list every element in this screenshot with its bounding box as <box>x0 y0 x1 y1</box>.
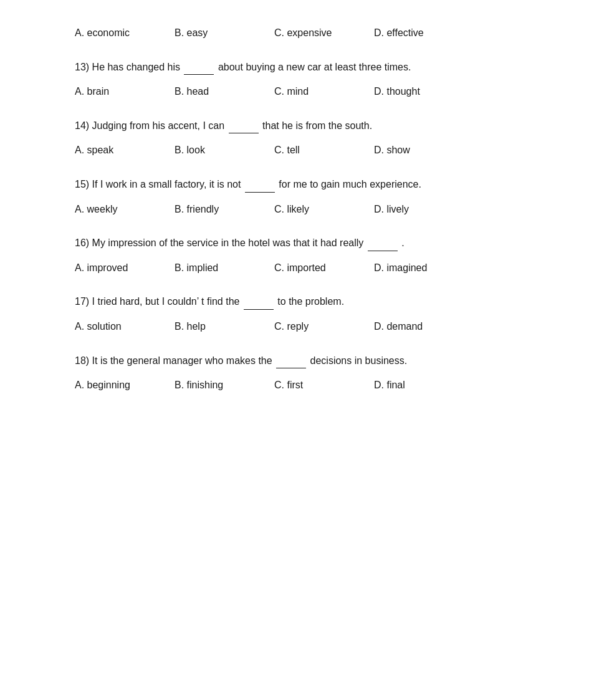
blank <box>368 234 398 251</box>
question-text-after: decisions in business. <box>310 355 408 366</box>
question-text-before: 16) My impression of the service in the … <box>75 237 363 248</box>
question-text-before: 17) I tried hard, but I couldn’ t find t… <box>75 296 239 307</box>
question-12-options: A. economic B. easy C. expensive D. effe… <box>75 25 514 41</box>
blank <box>184 59 214 75</box>
question-text-before: 13) He has changed his <box>75 62 180 72</box>
option-d: D. final <box>374 377 474 393</box>
question-text-before: 18) It is the general manager who makes … <box>75 355 272 366</box>
option-b: B. easy <box>175 25 274 41</box>
question-text: 13) He has changed his about buying a ne… <box>75 59 514 75</box>
option-b: B. help <box>175 319 274 335</box>
option-b: B. head <box>175 84 274 100</box>
question-14: 14) Judging from his accent, I can that … <box>75 117 514 158</box>
blank <box>245 176 275 193</box>
option-d: D. demand <box>374 319 474 335</box>
option-a: A. speak <box>75 142 175 158</box>
options-row: A. weekly B. friendly C. likely D. livel… <box>75 201 514 218</box>
question-text-after: that he is from the south. <box>262 120 372 131</box>
question-text: 16) My impression of the service in the … <box>75 234 514 251</box>
question-text: 15) If I work in a small factory, it is … <box>75 176 514 193</box>
question-text-after: . <box>401 237 404 248</box>
question-15: 15) If I work in a small factory, it is … <box>75 176 514 217</box>
option-d: D. lively <box>374 201 474 218</box>
question-text-after: about buying a new car at least three ti… <box>218 62 411 72</box>
question-text-before: 14) Judging from his accent, I can <box>75 120 224 131</box>
option-d: D. show <box>374 142 474 158</box>
option-c: C. expensive <box>274 25 374 41</box>
option-c: C. reply <box>274 319 374 335</box>
option-a: A. beginning <box>75 377 175 393</box>
option-a: A. weekly <box>75 201 175 218</box>
option-c: C. imported <box>274 260 374 276</box>
option-d: D. effective <box>374 25 474 41</box>
question-text: 14) Judging from his accent, I can that … <box>75 117 514 134</box>
question-text: 18) It is the general manager who makes … <box>75 352 514 369</box>
option-d: D. imagined <box>374 260 474 276</box>
option-b: B. friendly <box>175 201 274 218</box>
question-text-after: for me to gain much experience. <box>279 179 421 189</box>
question-13: 13) He has changed his about buying a ne… <box>75 59 514 100</box>
options-row: A. beginning B. finishing C. first D. fi… <box>75 377 514 393</box>
option-a: A. brain <box>75 84 175 100</box>
options-row: A. brain B. head C. mind D. thought <box>75 84 514 100</box>
option-c: C. likely <box>274 201 374 218</box>
question-17: 17) I tried hard, but I couldn’ t find t… <box>75 293 514 334</box>
option-c: C. first <box>274 377 374 393</box>
question-text-after: to the problem. <box>277 296 344 307</box>
option-a: A. economic <box>75 25 175 41</box>
question-18: 18) It is the general manager who makes … <box>75 352 514 393</box>
option-b: B. look <box>175 142 274 158</box>
option-a: A. solution <box>75 319 175 335</box>
options-row: A. solution B. help C. reply D. demand <box>75 319 514 335</box>
question-text-before: 15) If I work in a small factory, it is … <box>75 179 241 189</box>
question-16: 16) My impression of the service in the … <box>75 234 514 276</box>
question-text: 17) I tried hard, but I couldn’ t find t… <box>75 293 514 310</box>
blank <box>244 293 274 310</box>
options-row: A. economic B. easy C. expensive D. effe… <box>75 25 514 41</box>
option-b: B. implied <box>175 260 274 276</box>
option-c: C. mind <box>274 84 374 100</box>
blank <box>229 117 259 134</box>
blank <box>276 352 306 369</box>
option-c: C. tell <box>274 142 374 158</box>
option-a: A. improved <box>75 260 175 276</box>
options-row: A. improved B. implied C. imported D. im… <box>75 260 514 276</box>
option-b: B. finishing <box>175 377 274 393</box>
options-row: A. speak B. look C. tell D. show <box>75 142 514 158</box>
option-d: D. thought <box>374 84 474 100</box>
